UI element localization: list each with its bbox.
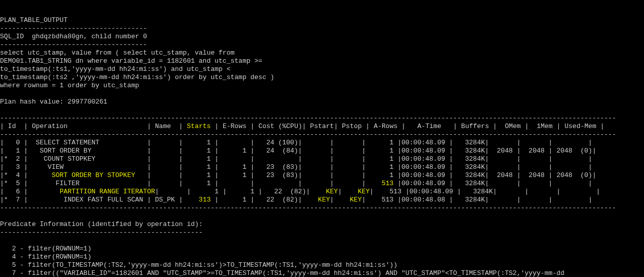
starts-cell: 1 — [187, 139, 211, 146]
op-cell: FILTER — [36, 180, 147, 187]
pstop-cell: KEY — [338, 196, 362, 204]
op-cell: SORT ORDER BY STOPKEY — [36, 171, 135, 179]
col-name: Name — [155, 122, 171, 130]
arows-cell: 513 — [370, 180, 394, 187]
op-cell: VIEW — [36, 163, 147, 171]
col-arows: A-Rows — [373, 122, 397, 130]
sql-text-line: where rownum = 1 order by utc_stamp — [0, 82, 139, 89]
terminal-output: PLAN_TABLE_OUTPUT ----------------------… — [0, 16, 644, 277]
op-cell: COUNT STOPKEY — [36, 155, 147, 163]
pstop-cell: KEY — [346, 188, 370, 195]
col-used-mem: Used-Mem — [565, 122, 596, 130]
separator: ------------------------------------- — [0, 24, 147, 32]
starts-cell: 1 — [187, 171, 211, 179]
col-pstart: Pstart — [310, 122, 334, 130]
col-1mem: 1Mem — [536, 122, 552, 130]
sql-text-line: select utc_stamp, value from ( select ut… — [0, 49, 234, 57]
starts-cell: 1 — [195, 188, 219, 195]
starts-cell: 313 — [187, 196, 211, 204]
col-id: Id — [8, 122, 16, 130]
col-pstop: Pstop — [342, 122, 362, 130]
op-cell: SORT ORDER BY — [36, 147, 147, 155]
table-border: ----------------------------------------… — [0, 131, 616, 138]
col-atime: A-Time — [417, 122, 441, 130]
op-cell: SELECT STATEMENT — [36, 139, 147, 146]
sql-id-line: SQL_ID ghdqzbdha80gn, child number 0 — [0, 33, 147, 40]
table-border: ----------------------------------------… — [0, 114, 616, 122]
pstart-cell: KEY — [306, 196, 330, 204]
predicate-line: 7 - filter(("VARIABLE_ID"=1182601 AND "U… — [0, 269, 565, 277]
sql-text-line: to_timestamp(:ts1,'yyyy-mm-dd hh24:mi:ss… — [0, 65, 230, 73]
plan-hash-value: Plan hash value: 2997700261 — [0, 98, 108, 106]
col-starts: Starts — [187, 122, 211, 130]
predicate-line: 2 - filter(ROWNUM=1) — [0, 245, 91, 253]
table-border: ----------------------------------------… — [0, 204, 616, 212]
col-omem: OMem — [505, 122, 521, 130]
starts-cell: 1 — [187, 163, 211, 171]
starts-cell: 1 — [187, 180, 211, 187]
sql-text-line: to_timestamp(:ts2 ,'yyyy-mm-dd hh24:mi:s… — [0, 73, 274, 81]
plan-table-title: PLAN_TABLE_OUTPUT — [0, 16, 68, 24]
starts-cell: 1 — [187, 147, 211, 155]
col-operation: Operation — [32, 122, 67, 130]
col-erows: E-Rows — [223, 122, 247, 130]
pstart-cell: KEY — [314, 188, 338, 195]
separator: ----------------------------------------… — [0, 229, 203, 236]
op-cell: PARTITION RANGE ITERATOR — [36, 188, 155, 195]
col-buffers: Buffers — [461, 122, 489, 130]
op-cell: INDEX FAST FULL SCAN — [36, 196, 147, 204]
separator: ------------------------------------- — [0, 41, 147, 48]
predicate-line: 4 - filter(ROWNUM=1) — [0, 253, 91, 261]
starts-cell: 1 — [187, 155, 211, 163]
col-cost: Cost (%CPU) — [258, 122, 302, 130]
predicate-line: 5 - filter(TO_TIMESTAMP(:TS2,'yyyy-mm-dd… — [0, 261, 397, 269]
sql-text-line: DEMO01.TAB1_STRING dn where variable_id … — [0, 57, 262, 65]
predicate-header: Predicate Information (identified by ope… — [0, 220, 203, 228]
